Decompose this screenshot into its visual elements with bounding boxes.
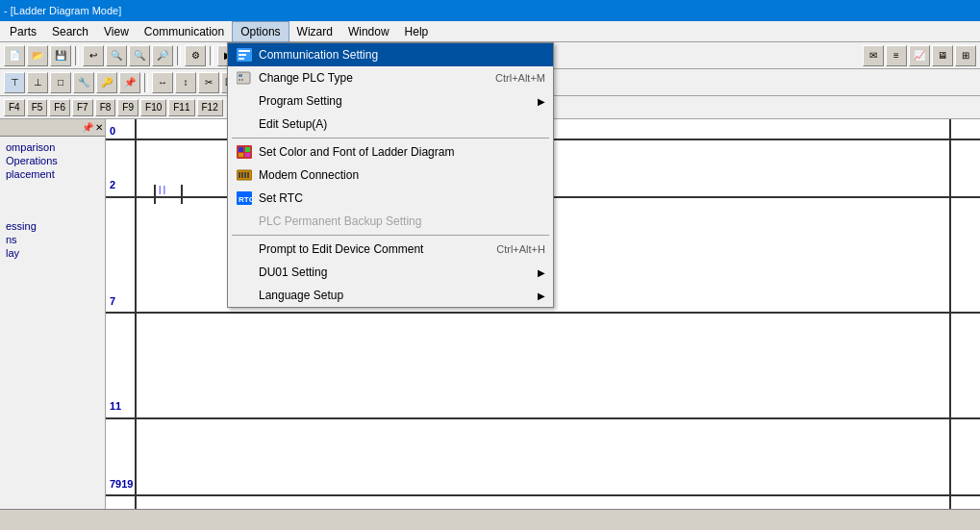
btn-t2-6[interactable]: 📌	[119, 72, 140, 93]
menu-set-color[interactable]: Set Color and Font of Ladder Diagram	[228, 140, 553, 164]
btn-t2-8[interactable]: ↕	[175, 72, 196, 93]
left-panel-item-placement[interactable]: placement	[4, 167, 101, 181]
svg-rect-5	[239, 74, 242, 77]
fkey-f8[interactable]: F8	[95, 99, 116, 116]
fkey-f4[interactable]: F4	[4, 99, 25, 116]
prompt-edit-icon	[236, 241, 253, 257]
fkey-f10[interactable]: F10	[140, 99, 166, 116]
modem-icon	[236, 167, 253, 183]
fkey-f6[interactable]: F6	[49, 99, 70, 116]
sep-2	[177, 46, 181, 65]
btn-t2-1[interactable]: ⊤	[4, 72, 25, 93]
svg-rect-4	[237, 72, 250, 84]
svg-rect-16	[244, 172, 246, 178]
panel-close-icon: ✕	[95, 122, 103, 133]
menu-set-rtc[interactable]: RTC Set RTC	[228, 187, 553, 210]
menu-communication[interactable]: Communication	[137, 21, 232, 42]
rtc-icon: RTC	[236, 190, 253, 206]
language-icon	[236, 288, 253, 303]
menu-options[interactable]: Options	[232, 21, 289, 42]
left-panel-item-lay[interactable]: lay	[4, 246, 101, 260]
plc-icon	[236, 70, 253, 86]
svg-rect-14	[239, 172, 240, 178]
color-icon	[236, 144, 253, 160]
btn-new[interactable]: 📄	[4, 45, 25, 66]
fkey-f9[interactable]: F9	[117, 99, 138, 116]
left-panel-header: 📌 ✕	[0, 119, 105, 137]
bus-left	[135, 119, 137, 509]
btn-grid[interactable]: ⊞	[955, 45, 976, 66]
plc-backup-icon	[236, 214, 253, 229]
btn-zoom-out[interactable]: 🔎	[152, 45, 173, 66]
left-panel-item-comparison[interactable]: omparison	[4, 140, 101, 154]
btn-t2-5[interactable]: 🔑	[96, 72, 117, 93]
edit-setup-icon	[236, 116, 253, 132]
menu-help[interactable]: Help	[397, 21, 437, 42]
menu-window[interactable]: Window	[340, 21, 397, 42]
btn-save[interactable]: 💾	[50, 45, 71, 66]
svg-rect-10	[245, 147, 250, 152]
btn-undo[interactable]: ↩	[83, 45, 104, 66]
svg-rect-6	[239, 79, 240, 81]
menu-edit-setup[interactable]: Edit Setup(A)	[228, 113, 553, 136]
svg-rect-7	[241, 79, 243, 81]
program-setting-icon	[236, 93, 253, 109]
btn-t2-7[interactable]: ↔	[152, 72, 173, 93]
title-bar: - [Ladder Diagram Mode]	[0, 0, 980, 21]
menu-wizard[interactable]: Wizard	[289, 21, 340, 42]
btn-tool1[interactable]: ⚙	[185, 45, 206, 66]
menu-view[interactable]: View	[96, 21, 137, 42]
btn-chart[interactable]: 📈	[909, 45, 930, 66]
left-panel-item-operations[interactable]: Operations	[4, 154, 101, 167]
rung-line-11	[106, 417, 980, 419]
btn-t2-2[interactable]: ⊥	[27, 72, 48, 93]
btn-zoom-in[interactable]: 🔍	[106, 45, 127, 66]
svg-rect-11	[239, 153, 243, 157]
contact-line-1: | |	[159, 185, 165, 194]
btn-open[interactable]: 📂	[27, 45, 48, 66]
btn-monitor[interactable]: 🖥	[932, 45, 953, 66]
menu-prompt-edit[interactable]: Prompt to Edit Device Comment Ctrl+Alt+H	[228, 238, 553, 261]
svg-text:RTC: RTC	[239, 195, 252, 204]
svg-rect-12	[245, 153, 250, 157]
btn-t2-3[interactable]: □	[50, 72, 71, 93]
fkey-f11[interactable]: F11	[168, 99, 194, 116]
rung-line-7	[106, 312, 980, 314]
bus-right	[949, 119, 951, 509]
title-text: - [Ladder Diagram Mode]	[4, 5, 121, 16]
arrow-icon-program: ▶	[538, 96, 545, 107]
menu-language[interactable]: Language Setup ▶	[228, 284, 553, 307]
left-panel-item-ns[interactable]: ns	[4, 233, 101, 246]
du01-icon	[236, 265, 253, 280]
menu-change-plc[interactable]: Change PLC Type Ctrl+Alt+M	[228, 66, 553, 89]
options-dropdown: Communication Setting Change PLC Type Ct…	[227, 42, 554, 308]
fkey-f12[interactable]: F12	[197, 99, 223, 116]
rung-line-7919	[106, 494, 980, 496]
menu-bar: Parts Search View Communication Options …	[0, 21, 980, 42]
btn-email[interactable]: ✉	[863, 45, 884, 66]
menu-search[interactable]: Search	[44, 21, 96, 42]
rung-num-11: 11	[110, 400, 121, 412]
left-panel-content: omparison Operations placement essing ns…	[0, 137, 105, 264]
rung-num-7: 7	[110, 295, 115, 307]
menu-comm-setting[interactable]: Communication Setting	[228, 43, 553, 66]
btn-list[interactable]: ≡	[886, 45, 907, 66]
menu-program-setting[interactable]: Program Setting ▶	[228, 89, 553, 113]
arrow-icon-du01: ▶	[538, 267, 545, 278]
menu-plc-backup: PLC Permanent Backup Setting	[228, 210, 553, 233]
menu-modem[interactable]: Modem Connection	[228, 164, 553, 187]
fkey-f5[interactable]: F5	[27, 99, 48, 116]
rung-num-0: 0	[110, 125, 115, 137]
btn-t2-9[interactable]: ✂	[198, 72, 219, 93]
menu-du01[interactable]: DU01 Setting ▶	[228, 261, 553, 284]
separator-1	[232, 138, 549, 139]
left-panel-item-essing[interactable]: essing	[4, 219, 101, 233]
panel-pin-icon: 📌	[82, 122, 93, 133]
svg-rect-15	[241, 172, 243, 178]
menu-parts[interactable]: Parts	[2, 21, 44, 42]
btn-zoom-in2[interactable]: 🔍	[129, 45, 150, 66]
svg-rect-2	[239, 54, 246, 56]
fkey-f7[interactable]: F7	[72, 99, 93, 116]
btn-t2-4[interactable]: 🔧	[73, 72, 94, 93]
rung-num-2: 2	[110, 179, 115, 190]
